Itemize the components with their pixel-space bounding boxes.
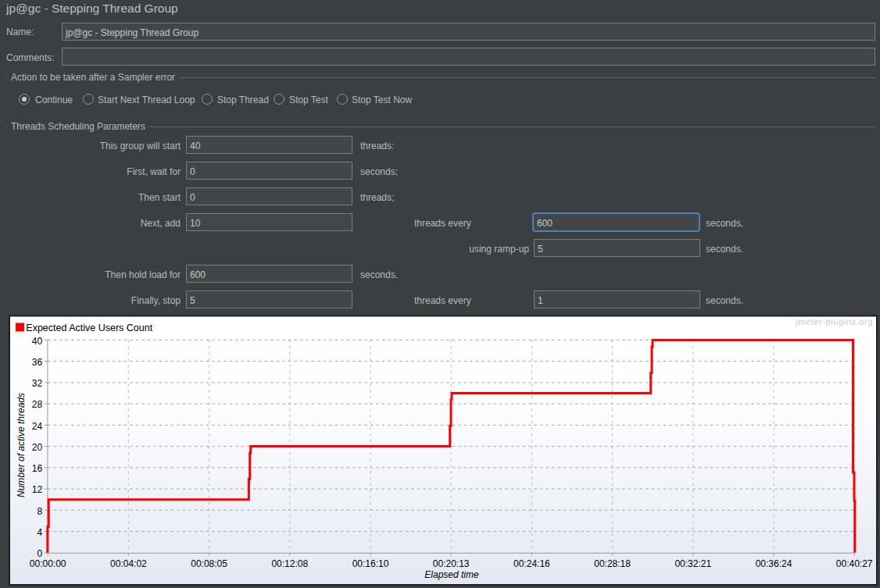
svg-text:16: 16 xyxy=(32,463,43,474)
svg-text:24: 24 xyxy=(32,421,43,432)
svg-text:12: 12 xyxy=(32,484,43,495)
svg-text:0: 0 xyxy=(38,548,43,559)
svg-text:00:36:24: 00:36:24 xyxy=(756,558,792,569)
svg-text:00:28:18: 00:28:18 xyxy=(594,558,631,569)
svg-text:00:12:08: 00:12:08 xyxy=(271,558,308,569)
svg-text:Number of active threads: Number of active threads xyxy=(16,393,27,497)
svg-text:00:00:00: 00:00:00 xyxy=(30,558,66,569)
svg-text:4: 4 xyxy=(38,527,43,538)
svg-text:00:08:05: 00:08:05 xyxy=(191,558,227,569)
svg-text:28: 28 xyxy=(32,399,43,410)
svg-text:8: 8 xyxy=(38,506,43,517)
svg-text:00:24:16: 00:24:16 xyxy=(513,558,550,569)
svg-text:Expected Active Users Count: Expected Active Users Count xyxy=(26,323,152,333)
svg-text:jmeter-plugins.org: jmeter-plugins.org xyxy=(795,317,873,326)
svg-text:00:40:27: 00:40:27 xyxy=(836,558,873,569)
svg-text:20: 20 xyxy=(32,442,43,453)
svg-text:Elapsed time: Elapsed time xyxy=(424,569,479,580)
svg-text:00:20:13: 00:20:13 xyxy=(433,558,470,569)
svg-text:40: 40 xyxy=(32,336,43,347)
svg-text:00:32:21: 00:32:21 xyxy=(674,558,711,569)
svg-text:32: 32 xyxy=(32,378,43,389)
svg-text:00:16:10: 00:16:10 xyxy=(352,558,389,569)
svg-text:36: 36 xyxy=(32,357,43,368)
svg-text:00:04:02: 00:04:02 xyxy=(110,558,147,569)
